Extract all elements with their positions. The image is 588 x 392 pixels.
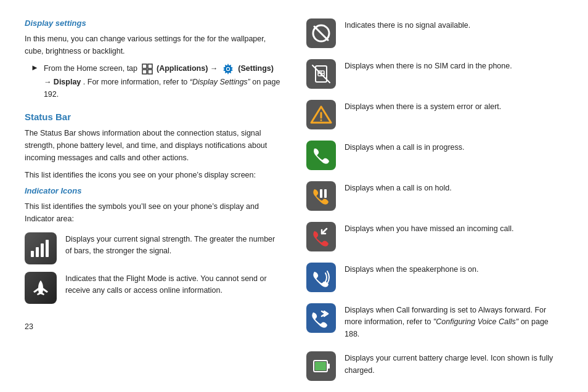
gear-settings-icon bbox=[221, 62, 235, 76]
call-active-desc: Displays when a call is in progress. bbox=[345, 141, 465, 153]
svg-rect-8 bbox=[36, 247, 39, 257]
speakerphone-icon bbox=[306, 263, 336, 292]
status-bar-body1: The Status Bar shows information about t… bbox=[25, 127, 282, 164]
svg-rect-0 bbox=[142, 64, 147, 68]
app-grid-icon bbox=[141, 63, 153, 75]
bullet-item: ► From the Home screen, tap (Application… bbox=[31, 62, 282, 100]
battery-icon bbox=[306, 351, 336, 381]
missed-call-icon bbox=[306, 222, 336, 251]
battery-desc: Displays your current battery charge lev… bbox=[345, 351, 563, 377]
display-settings-body: In this menu, you can change various set… bbox=[25, 33, 282, 57]
bullet-text: From the Home screen, tap (Applications)… bbox=[44, 62, 282, 100]
no-signal-desc: Indicates there is no signal available. bbox=[345, 18, 470, 31]
svg-point-20 bbox=[321, 120, 322, 121]
flight-mode-icon bbox=[25, 272, 57, 304]
signal-strength-icon bbox=[25, 232, 57, 264]
no-sim-row: Displays when there is no SIM card in th… bbox=[306, 59, 563, 89]
no-sim-desc: Displays when there is no SIM card in th… bbox=[345, 59, 512, 72]
no-sim-icon bbox=[306, 59, 336, 89]
svg-rect-26 bbox=[315, 362, 326, 370]
svg-rect-7 bbox=[31, 251, 34, 257]
flight-icon-row: Indicates that the Flight Mode is active… bbox=[25, 272, 282, 304]
svg-rect-22 bbox=[324, 189, 327, 198]
svg-rect-3 bbox=[148, 70, 152, 74]
no-signal-icon bbox=[306, 18, 336, 48]
call-hold-icon bbox=[306, 181, 336, 211]
alert-row: Displays when there is a system error or… bbox=[306, 100, 563, 129]
call-hold-desc: Displays when a call is on hold. bbox=[345, 181, 452, 194]
status-bar-body2: This list identifies the icons you see o… bbox=[25, 169, 282, 181]
battery-row: Displays your current battery charge lev… bbox=[306, 351, 563, 381]
display-settings-title: Display settings bbox=[25, 18, 282, 28]
missed-call-desc: Displays when you have missed an incomin… bbox=[345, 222, 513, 235]
alert-desc: Displays when there is a system error or… bbox=[345, 100, 501, 113]
call-forward-icon bbox=[306, 303, 336, 333]
missed-call-row: Displays when you have missed an incomin… bbox=[306, 222, 563, 251]
call-active-icon bbox=[306, 141, 336, 170]
svg-rect-1 bbox=[148, 64, 152, 68]
speakerphone-desc: Displays when the speakerphone is on. bbox=[345, 263, 479, 276]
call-hold-row: Displays when a call is on hold. bbox=[306, 181, 563, 211]
flight-icon-desc: Indicates that the Flight Mode is active… bbox=[65, 272, 282, 297]
call-forward-row: Displays when Call forwarding is set to … bbox=[306, 303, 563, 340]
page-number: 23 bbox=[25, 322, 282, 331]
signal-icon-row: Displays your current signal strength. T… bbox=[25, 232, 282, 264]
svg-rect-25 bbox=[327, 364, 330, 369]
svg-rect-21 bbox=[320, 189, 322, 198]
no-signal-row: Indicates there is no signal available. bbox=[306, 18, 563, 48]
call-active-row: Displays when a call is in progress. bbox=[306, 141, 563, 170]
indicator-icons-title: Indicator Icons bbox=[25, 186, 282, 195]
status-bar-title: Status Bar bbox=[25, 112, 282, 122]
svg-rect-2 bbox=[142, 70, 147, 74]
svg-point-6 bbox=[227, 68, 229, 70]
call-forward-desc: Displays when Call forwarding is set to … bbox=[345, 303, 563, 340]
speakerphone-row: Displays when the speakerphone is on. bbox=[306, 263, 563, 292]
alert-icon bbox=[306, 100, 336, 129]
right-column: Indicates there is no signal available. … bbox=[306, 18, 563, 392]
svg-line-12 bbox=[314, 27, 328, 40]
indicator-icons-body: This list identifies the symbols you’ll … bbox=[25, 200, 282, 225]
signal-icon-desc: Displays your current signal strength. T… bbox=[65, 232, 282, 258]
bullet-arrow: ► bbox=[31, 63, 39, 72]
left-column: Display settings In this menu, you can c… bbox=[25, 18, 282, 392]
svg-rect-10 bbox=[46, 240, 49, 257]
svg-rect-9 bbox=[41, 243, 44, 257]
